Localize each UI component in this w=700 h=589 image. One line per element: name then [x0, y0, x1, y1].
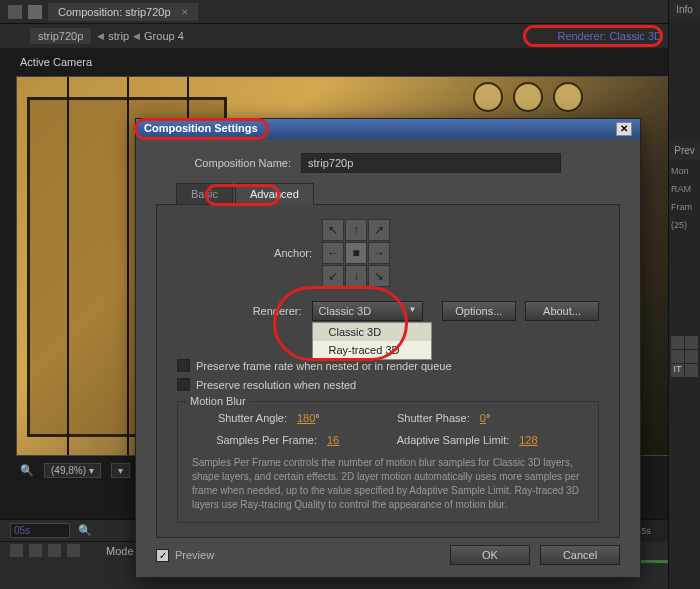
- renderer-indicator-label: Renderer:: [557, 30, 606, 42]
- renderer-dropdown-value: Classic 3D: [319, 305, 372, 317]
- checkbox-icon: [177, 359, 190, 372]
- renderer-indicator[interactable]: Renderer: Classic 3D: [549, 28, 670, 44]
- breadcrumb-item[interactable]: strip720p: [30, 28, 91, 44]
- anchor-nw-button[interactable]: ↖: [322, 219, 344, 241]
- motion-blur-legend: Motion Blur: [186, 395, 250, 407]
- adaptive-limit-input[interactable]: 128: [519, 434, 537, 446]
- tool-icon[interactable]: [685, 336, 698, 349]
- shutter-angle-input[interactable]: 180: [297, 412, 315, 424]
- shutter-angle-label: Shutter Angle:: [192, 412, 287, 424]
- motion-blur-help-text: Samples Per Frame controls the number of…: [192, 456, 584, 512]
- eye-icon[interactable]: [10, 544, 23, 557]
- samples-per-frame-label: Samples Per Frame:: [192, 434, 317, 446]
- app-top-bar: Composition: strip720p ×: [0, 0, 700, 24]
- right-panel-dock: Info Prev Mon RAM Fram (25) IT: [668, 0, 700, 589]
- frame-rate-value: (25): [669, 216, 700, 234]
- breadcrumb-bar: strip720p ◀ strip ◀ Group 4 Renderer: Cl…: [0, 24, 700, 48]
- preserve-framerate-checkbox[interactable]: Preserve frame rate when nested or in re…: [177, 359, 599, 372]
- composition-tab[interactable]: Composition: strip720p ×: [48, 3, 198, 21]
- comp-name-label: Composition Name:: [156, 157, 291, 169]
- label-icon[interactable]: [67, 544, 80, 557]
- anchor-label: Anchor:: [177, 247, 312, 259]
- preview-label: Preview: [175, 549, 214, 561]
- close-button[interactable]: ✕: [616, 122, 632, 136]
- tool-icon[interactable]: [685, 364, 698, 377]
- chevron-down-icon: ▼: [408, 305, 416, 317]
- magnify-icon[interactable]: 🔍: [20, 464, 34, 477]
- renderer-option-classic3d[interactable]: Classic 3D: [313, 323, 431, 341]
- advanced-tab-content: Anchor: ↖ ↑ ↗ ← ■ → ↙ ↓ ↘ Renderer: Clas…: [156, 204, 620, 538]
- cancel-button[interactable]: Cancel: [540, 545, 620, 565]
- anchor-ne-button[interactable]: ↗: [368, 219, 390, 241]
- checkbox-checked-icon: ✓: [156, 549, 169, 562]
- degree-symbol: °: [486, 412, 490, 424]
- renderer-label: Renderer:: [177, 305, 302, 317]
- anchor-sw-button[interactable]: ↙: [322, 265, 344, 287]
- timecode-input[interactable]: [10, 523, 70, 538]
- dialog-titlebar[interactable]: Composition Settings ✕: [136, 119, 640, 139]
- project-icon: [8, 5, 22, 19]
- chevron-left-icon[interactable]: ◀: [97, 31, 104, 41]
- preserve-resolution-checkbox[interactable]: Preserve resolution when nested: [177, 378, 599, 391]
- resolution-dropdown[interactable]: ▾: [111, 463, 130, 478]
- preserve-framerate-label: Preserve frame rate when nested or in re…: [196, 360, 452, 372]
- preview-checkbox[interactable]: ✓ Preview: [156, 549, 214, 562]
- search-icon[interactable]: 🔍: [78, 524, 92, 537]
- monitor-label: Mon: [669, 162, 700, 180]
- anchor-center-button[interactable]: ■: [345, 242, 367, 264]
- degree-symbol: °: [315, 412, 319, 424]
- tab-basic[interactable]: Basic: [176, 183, 233, 205]
- options-button[interactable]: Options...: [442, 301, 516, 321]
- renderer-dropdown[interactable]: Classic 3D ▼ Classic 3D Ray-traced 3D: [312, 301, 424, 321]
- tool-icon[interactable]: [685, 350, 698, 363]
- anchor-s-button[interactable]: ↓: [345, 265, 367, 287]
- chevron-left-icon[interactable]: ◀: [133, 31, 140, 41]
- frame-rate-label: Fram: [669, 198, 700, 216]
- anchor-se-button[interactable]: ↘: [368, 265, 390, 287]
- renderer-option-raytraced3d[interactable]: Ray-traced 3D: [313, 341, 431, 359]
- anchor-grid: ↖ ↑ ↗ ← ■ → ↙ ↓ ↘: [322, 219, 390, 287]
- zoom-dropdown[interactable]: (49,8%) ▾: [44, 463, 101, 478]
- close-tab-icon[interactable]: ×: [182, 6, 188, 18]
- preserve-resolution-label: Preserve resolution when nested: [196, 379, 356, 391]
- shutter-phase-label: Shutter Phase:: [350, 412, 470, 424]
- samples-per-frame-input[interactable]: 16: [327, 434, 339, 446]
- composition-settings-dialog: Composition Settings ✕ Composition Name:…: [135, 118, 641, 578]
- composition-tab-label: Composition: strip720p: [58, 6, 171, 18]
- motion-blur-fieldset: Motion Blur Shutter Angle: 180 ° Shutter…: [177, 401, 599, 523]
- active-camera-label[interactable]: Active Camera: [0, 48, 700, 76]
- tool-icon[interactable]: [671, 336, 684, 349]
- info-panel-tab[interactable]: Info: [669, 0, 700, 19]
- text-tool-icon[interactable]: IT: [671, 364, 684, 377]
- breadcrumb-item[interactable]: strip: [108, 30, 129, 42]
- solo-icon[interactable]: [29, 544, 42, 557]
- about-button[interactable]: About...: [525, 301, 599, 321]
- tool-icon[interactable]: [671, 350, 684, 363]
- dialog-title: Composition Settings: [144, 122, 258, 136]
- lock-icon: [28, 5, 42, 19]
- adaptive-limit-label: Adaptive Sample Limit:: [369, 434, 509, 446]
- lock-icon[interactable]: [48, 544, 61, 557]
- ok-button[interactable]: OK: [450, 545, 530, 565]
- anchor-e-button[interactable]: →: [368, 242, 390, 264]
- breadcrumb-item[interactable]: Group 4: [144, 30, 184, 42]
- ram-preview-label[interactable]: RAM: [669, 180, 700, 198]
- mode-column-header[interactable]: Mode: [106, 545, 134, 557]
- renderer-indicator-value: Classic 3D: [609, 30, 662, 42]
- comp-name-input[interactable]: [301, 153, 561, 173]
- tab-advanced[interactable]: Advanced: [235, 183, 314, 205]
- preview-panel-tab[interactable]: Prev: [669, 141, 700, 160]
- renderer-dropdown-list: Classic 3D Ray-traced 3D: [312, 322, 432, 360]
- anchor-w-button[interactable]: ←: [322, 242, 344, 264]
- checkbox-icon: [177, 378, 190, 391]
- anchor-n-button[interactable]: ↑: [345, 219, 367, 241]
